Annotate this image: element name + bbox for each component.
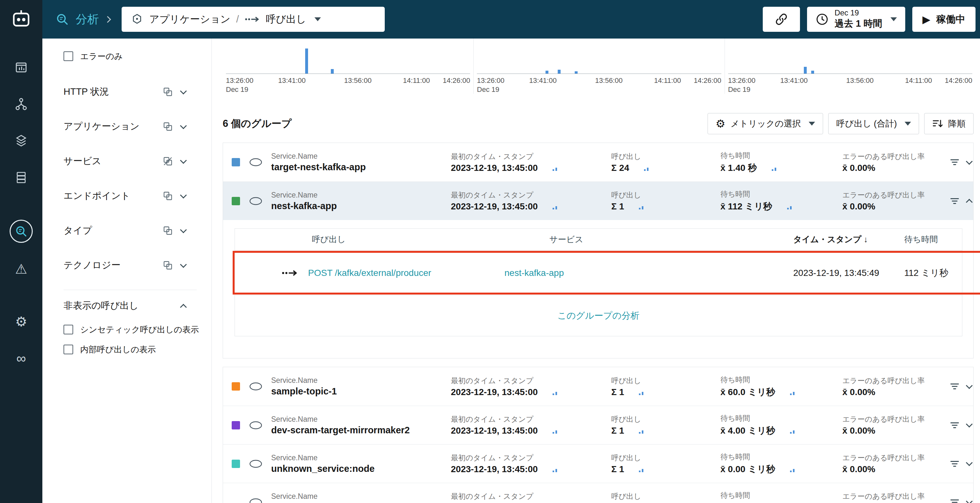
time-range-picker[interactable]: Dec 19 過去 1 時間 [807, 7, 905, 32]
metric-label: 最初のタイム・スタンプ [451, 492, 611, 501]
top-header: 分析 アプリケーション / 呼び出し Dec 19 過去 1 時間 ▶ 稼働中 [42, 0, 980, 38]
group-row-expanded[interactable]: Service.Name nest-kafka-app 最初のタイム・スタンプ … [223, 182, 973, 220]
chevron-down-icon [966, 459, 972, 466]
axis-tick: 14:11:00 [905, 77, 932, 85]
group-row[interactable]: Service.Name dev-scram-origin.sample-top… [223, 483, 973, 503]
group-color-swatch [232, 421, 240, 430]
sort-order-button[interactable]: 降順 [924, 113, 974, 134]
row-filter-icon[interactable] [945, 498, 964, 503]
expand-row-button[interactable] [964, 424, 974, 426]
call-row[interactable]: POST /kafka/external/producer nest-kafka… [235, 251, 962, 295]
group-field-label: Service.Name [271, 492, 451, 501]
group-row[interactable]: Service.Name sample-topic-1 最初のタイム・スタンプ … [223, 367, 973, 406]
applications-icon[interactable] [11, 130, 32, 151]
collapse-row-button[interactable] [964, 197, 974, 204]
group-by-icon[interactable] [163, 226, 173, 235]
metric-label: エラーのある呼び出し率 [842, 376, 945, 386]
axis-tick: 13:56:00 [595, 77, 623, 85]
filter-section-service[interactable]: サービス [64, 144, 212, 179]
show-internal-calls-row[interactable]: 内部呼び出しの表示 [64, 340, 212, 359]
sort-metric-dropdown[interactable]: 呼び出し (合計) [828, 113, 919, 134]
time-range-value: 過去 1 時間 [835, 18, 882, 30]
expand-row-button[interactable] [964, 161, 974, 164]
analyze-group-link[interactable]: このグループの分析 [557, 310, 640, 322]
selector-context: アプリケーション [149, 13, 231, 26]
filter-section-technology[interactable]: テクノロジー [64, 248, 212, 283]
live-button[interactable]: ▶ 稼働中 [912, 7, 975, 32]
live-label: 稼働中 [936, 13, 965, 26]
chevron-down-icon[interactable] [180, 192, 187, 198]
metric-select-button[interactable]: ⚙ メトリックの選択 [708, 113, 823, 134]
group-by-disabled-icon[interactable] [163, 156, 173, 166]
results-toolbar: 6 個のグループ ⚙ メトリックの選択 呼び出し (合計) 降順 [223, 113, 974, 134]
chevron-down-icon[interactable] [180, 87, 187, 94]
show-internal-calls-checkbox[interactable] [64, 345, 73, 354]
filter-section-application[interactable]: アプリケーション [64, 109, 212, 144]
events-icon[interactable]: ⚠ [11, 259, 32, 279]
filter-section-label: HTTP 状況 [64, 85, 163, 98]
service-icon [249, 420, 263, 430]
settings-icon[interactable]: ⚙ [11, 311, 32, 332]
service-link[interactable]: nest-kafka-app [504, 268, 564, 278]
chevron-down-icon[interactable] [180, 122, 187, 129]
show-synthetic-calls-row[interactable]: シンセティック呼び出しの表示 [64, 319, 212, 340]
service-icon [249, 196, 263, 206]
group-name: dev-scram-origin.sample-topic-1 [271, 502, 451, 503]
row-filter-icon[interactable] [945, 421, 964, 430]
breadcrumb-analysis[interactable]: 分析 [76, 11, 99, 27]
group-row[interactable]: Service.Name unknown_service:node 最初のタイム… [223, 444, 973, 483]
expand-row-button[interactable] [964, 501, 974, 503]
chevron-down-icon[interactable] [180, 261, 187, 268]
group-by-icon[interactable] [163, 122, 173, 131]
row-filter-icon[interactable] [945, 382, 964, 391]
chart-panel[interactable]: 13:26:00Dec 19 13:41:00 13:56:00 14:11:0… [223, 38, 473, 94]
gear-icon: ⚙ [716, 118, 725, 129]
expand-row-button[interactable] [964, 462, 974, 465]
filter-section-type[interactable]: タイプ [64, 213, 212, 248]
group-row[interactable]: Service.Name target-nest-kafka-app 最初のタイ… [223, 143, 973, 182]
hidden-calls-title: 非表示の呼び出し [64, 299, 181, 312]
automation-icon[interactable]: ∞ [11, 348, 32, 369]
chart-panel[interactable]: 13:26:00Dec 19 13:41:00 13:56:00 14:11:0… [725, 38, 975, 94]
chart-plot [728, 38, 972, 74]
error-only-checkbox[interactable] [64, 51, 73, 61]
group-by-icon[interactable] [163, 260, 173, 270]
filter-section-http-status[interactable]: HTTP 状況 [64, 75, 212, 109]
scope-selector[interactable]: アプリケーション / 呼び出し [122, 7, 385, 32]
chevron-down-icon[interactable] [180, 157, 187, 163]
metric-value: Σ 1 [611, 387, 624, 397]
column-header-latency[interactable]: 待ち時間 [883, 234, 962, 245]
chart-panel[interactable]: 13:26:00Dec 19 13:41:00 13:56:00 14:11:0… [473, 38, 724, 94]
dashboards-icon[interactable] [11, 57, 32, 78]
show-synthetic-calls-checkbox[interactable] [64, 325, 73, 334]
metric-value: x̄ 1.40 秒 [721, 162, 757, 174]
chevron-down-icon[interactable] [180, 226, 187, 233]
metric-label: エラーのある呼び出し率 [842, 492, 945, 501]
infrastructure-icon[interactable] [11, 94, 32, 114]
row-filter-icon[interactable] [945, 460, 964, 468]
group-row[interactable]: Service.Name dev-scram-target-mirrormake… [223, 406, 973, 444]
sort-arrow-icon: ↓ [864, 235, 868, 244]
metric-sparkline [787, 206, 792, 209]
share-link-button[interactable] [763, 7, 800, 32]
group-by-icon[interactable] [163, 191, 173, 201]
metric-value: Σ 1 [611, 464, 624, 474]
platforms-icon[interactable] [11, 167, 32, 188]
expand-row-button[interactable] [964, 385, 974, 388]
group-by-icon[interactable] [163, 87, 173, 97]
column-header-timestamp[interactable]: タイム・スタンプ ↓ [748, 234, 883, 245]
filter-section-endpoint[interactable]: エンドポイント [64, 179, 212, 213]
row-filter-icon[interactable] [945, 158, 964, 166]
service-icon [249, 459, 263, 469]
column-header-call[interactable]: 呼び出し [267, 234, 504, 245]
analytics-icon[interactable] [10, 220, 33, 243]
hidden-calls-section-header[interactable]: 非表示の呼び出し [64, 292, 212, 319]
selector-entity: 呼び出し [266, 13, 306, 26]
column-header-service[interactable]: サービス [504, 234, 748, 245]
row-filter-icon[interactable] [945, 197, 964, 205]
instana-logo[interactable] [11, 8, 32, 29]
call-link[interactable]: POST /kafka/external/producer [308, 268, 431, 278]
metric-label: 最初のタイム・スタンプ [451, 152, 611, 161]
error-only-checkbox-row[interactable]: エラーのみ [64, 46, 212, 66]
chevron-up-icon[interactable] [180, 303, 187, 310]
